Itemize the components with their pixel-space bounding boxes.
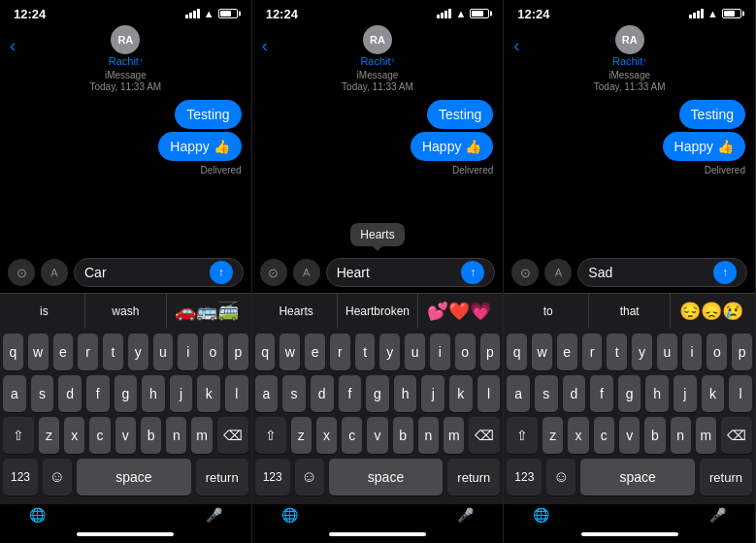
key-x[interactable]: x [64,417,84,454]
space-key[interactable]: space [77,459,191,495]
send-button[interactable]: ↑ [713,261,737,284]
key-r[interactable]: r [582,334,603,370]
mic-icon[interactable]: 🎤 [457,507,474,523]
key-s[interactable]: s [31,375,54,412]
num-key[interactable]: 123 [3,459,38,495]
prediction-item[interactable]: that [588,294,671,328]
delete-key[interactable]: ⌫ [721,417,752,454]
key-b[interactable]: b [141,417,161,454]
key-l[interactable]: l [477,375,501,412]
key-i[interactable]: i [430,334,450,370]
key-z[interactable]: z [291,417,312,454]
key-p[interactable]: p [480,334,501,370]
contact-info[interactable]: RA Rachit › [612,25,646,67]
key-r[interactable]: r [78,334,98,370]
key-a[interactable]: a [507,375,530,412]
key-f[interactable]: f [339,375,362,412]
emoji-key[interactable]: ☺ [546,459,575,495]
key-m[interactable]: m [191,417,212,454]
key-j[interactable]: j [421,375,444,412]
message-input[interactable]: Car [84,265,210,280]
camera-icon[interactable]: ⊙ [260,259,287,286]
num-key[interactable]: 123 [255,459,290,495]
key-l[interactable]: l [729,375,752,412]
key-o[interactable]: o [707,334,727,370]
key-d[interactable]: d [311,375,334,412]
key-v[interactable]: v [367,417,387,454]
mic-icon[interactable]: 🎤 [709,507,726,523]
key-m[interactable]: m [696,417,716,454]
globe-icon[interactable]: 🌐 [29,507,46,523]
key-z[interactable]: z [542,417,563,454]
key-b[interactable]: b [393,417,413,454]
shift-key[interactable]: ⇧ [507,417,538,454]
key-x[interactable]: x [568,417,588,454]
emoji-key[interactable]: ☺ [295,459,324,495]
key-n[interactable]: n [671,417,691,454]
appstore-icon[interactable]: A [293,259,320,286]
key-d[interactable]: d [563,375,586,412]
key-f[interactable]: f [86,375,110,412]
key-k[interactable]: k [197,375,220,412]
key-x[interactable]: x [316,417,337,454]
key-k[interactable]: k [702,375,725,412]
key-c[interactable]: c [594,417,614,454]
key-a[interactable]: a [3,375,26,412]
shift-key[interactable]: ⇧ [255,417,286,454]
key-o[interactable]: o [203,334,223,370]
key-z[interactable]: z [39,417,59,454]
key-g[interactable]: g [618,375,641,412]
shift-key[interactable]: ⇧ [3,417,34,454]
key-e[interactable]: e [305,334,325,370]
key-q[interactable]: q [507,334,527,370]
key-w[interactable]: w [279,334,300,370]
key-r[interactable]: r [330,334,350,370]
key-y[interactable]: y [379,334,400,370]
globe-icon[interactable]: 🌐 [533,507,549,523]
key-m[interactable]: m [444,417,464,454]
key-q[interactable]: q [3,334,23,370]
key-e[interactable]: e [53,334,74,370]
key-l[interactable]: l [225,375,248,412]
space-key[interactable]: space [580,459,695,495]
key-n[interactable]: n [166,417,186,454]
key-p[interactable]: p [228,334,248,370]
key-q[interactable]: q [255,334,276,370]
key-u[interactable]: u [657,334,677,370]
key-h[interactable]: h [394,375,417,412]
key-h[interactable]: h [645,375,669,412]
key-c[interactable]: c [89,417,110,454]
prediction-item[interactable]: 😔😞😢 [671,294,751,328]
camera-icon[interactable]: ⊙ [8,259,35,286]
key-u[interactable]: u [153,334,174,370]
key-g[interactable]: g [366,375,389,412]
prediction-item[interactable]: Hearts [256,294,337,328]
mic-icon[interactable]: 🎤 [206,507,222,523]
key-t[interactable]: t [103,334,123,370]
key-c[interactable]: c [342,417,362,454]
message-input[interactable]: Heart [337,265,462,280]
return-key[interactable]: return [447,459,500,495]
key-j[interactable]: j [170,375,193,412]
key-o[interactable]: o [455,334,476,370]
prediction-item[interactable]: to [508,294,588,328]
key-k[interactable]: k [449,375,473,412]
send-button[interactable]: ↑ [461,261,484,284]
key-w[interactable]: w [532,334,552,370]
contact-info[interactable]: RA Rachit › [109,25,143,67]
prediction-item[interactable]: 🚗🚌🚎 [167,294,247,328]
return-key[interactable]: return [700,459,752,495]
key-u[interactable]: u [405,334,425,370]
key-d[interactable]: d [58,375,82,412]
key-i[interactable]: i [178,334,198,370]
key-s[interactable]: s [535,375,558,412]
key-f[interactable]: f [590,375,613,412]
key-y[interactable]: y [632,334,652,370]
delete-key[interactable]: ⌫ [469,417,500,454]
appstore-icon[interactable]: A [544,259,572,286]
key-e[interactable]: e [557,334,577,370]
return-key[interactable]: return [196,459,248,495]
key-y[interactable]: y [128,334,148,370]
key-b[interactable]: b [644,417,665,454]
key-s[interactable]: s [282,375,306,412]
